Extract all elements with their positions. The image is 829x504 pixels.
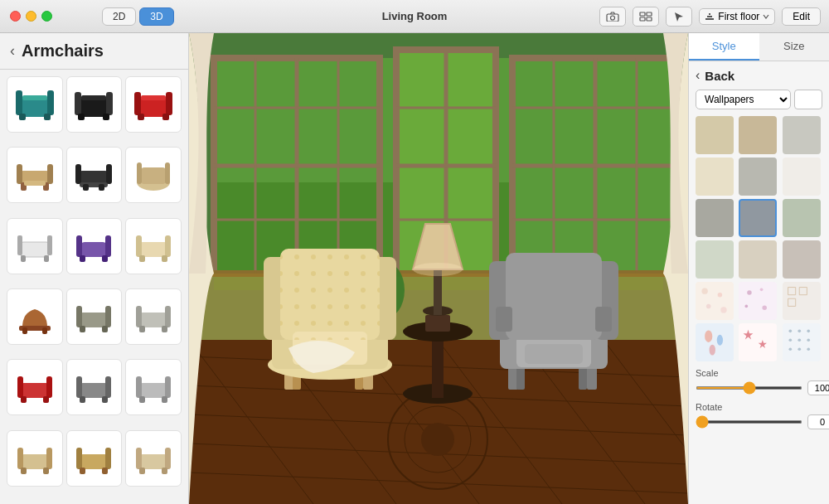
view-2d-button[interactable]: 2D xyxy=(102,7,136,26)
canvas-area[interactable] xyxy=(189,33,688,504)
minimize-button[interactable] xyxy=(26,11,36,22)
svg-rect-40 xyxy=(141,167,166,184)
svg-rect-72 xyxy=(17,376,23,398)
traffic-lights xyxy=(10,11,52,22)
texture-cell[interactable] xyxy=(783,116,821,154)
svg-rect-53 xyxy=(139,242,167,257)
svg-point-183 xyxy=(760,288,764,291)
svg-rect-16 xyxy=(75,92,81,115)
texture-cell[interactable] xyxy=(696,158,734,196)
texture-cell[interactable] xyxy=(739,158,777,196)
list-item[interactable] xyxy=(125,288,182,345)
texture-cell[interactable] xyxy=(739,240,777,279)
svg-rect-49 xyxy=(76,235,82,257)
edit-button[interactable]: Edit xyxy=(782,7,821,26)
texture-cell[interactable] xyxy=(696,282,734,320)
svg-rect-87 xyxy=(17,448,23,469)
svg-rect-25 xyxy=(162,114,169,120)
svg-point-186 xyxy=(705,330,712,342)
list-item[interactable] xyxy=(7,218,63,274)
svg-rect-81 xyxy=(139,383,167,398)
maximize-button[interactable] xyxy=(41,11,52,22)
list-item[interactable] xyxy=(66,359,123,415)
svg-rect-23 xyxy=(166,92,172,115)
list-item[interactable] xyxy=(7,288,63,345)
panel-back-button[interactable]: ‹ xyxy=(696,68,700,83)
svg-rect-91 xyxy=(80,454,108,469)
svg-rect-76 xyxy=(80,383,108,398)
svg-point-182 xyxy=(748,290,752,294)
sidebar-back-button[interactable]: ‹ xyxy=(10,42,15,60)
list-item[interactable] xyxy=(125,218,182,274)
texture-cell[interactable] xyxy=(739,282,777,320)
list-item[interactable] xyxy=(66,288,123,345)
svg-point-179 xyxy=(718,293,722,297)
list-item[interactable] xyxy=(66,147,123,203)
texture-cell[interactable] xyxy=(696,116,734,154)
color-preview[interactable] xyxy=(794,90,822,109)
svg-rect-74 xyxy=(21,396,27,403)
list-item[interactable] xyxy=(125,359,182,415)
texture-cell[interactable] xyxy=(739,116,777,154)
grid-button[interactable] xyxy=(633,7,659,27)
svg-rect-42 xyxy=(165,162,170,184)
tab-size[interactable]: Size xyxy=(759,33,830,61)
list-item[interactable] xyxy=(7,430,63,487)
svg-rect-37 xyxy=(83,184,89,191)
svg-rect-66 xyxy=(139,313,167,327)
svg-rect-43 xyxy=(21,242,49,257)
texture-cell[interactable] xyxy=(783,158,821,196)
svg-rect-177 xyxy=(525,344,583,364)
list-item[interactable] xyxy=(66,218,123,274)
cursor-button[interactable] xyxy=(666,7,692,27)
list-item[interactable] xyxy=(66,430,123,487)
floor-selector[interactable]: First floor xyxy=(699,8,775,25)
scale-input[interactable] xyxy=(807,380,829,395)
svg-rect-56 xyxy=(139,255,145,262)
svg-rect-77 xyxy=(76,376,82,398)
svg-rect-65 xyxy=(102,326,108,332)
svg-rect-95 xyxy=(102,468,108,474)
svg-rect-98 xyxy=(165,448,171,469)
texture-cell[interactable] xyxy=(696,240,734,279)
list-item[interactable] xyxy=(7,359,63,415)
scale-slider[interactable] xyxy=(696,386,802,390)
panel-body: ‹ Back Wallpapers Flooring Ceiling Fabri… xyxy=(689,61,829,504)
tab-style[interactable]: Style xyxy=(689,33,759,61)
texture-cell-selected[interactable] xyxy=(739,199,777,237)
camera-button[interactable] xyxy=(599,7,626,27)
svg-rect-83 xyxy=(165,376,171,398)
svg-rect-85 xyxy=(162,396,167,403)
texture-cell[interactable] xyxy=(783,323,821,361)
rotate-input[interactable] xyxy=(807,414,829,429)
svg-rect-57 xyxy=(162,255,167,262)
list-item[interactable] xyxy=(125,147,182,203)
svg-rect-10 xyxy=(16,90,22,115)
texture-cell[interactable] xyxy=(696,199,734,237)
texture-cell[interactable] xyxy=(783,199,821,237)
svg-rect-69 xyxy=(139,326,145,332)
list-item[interactable] xyxy=(125,430,182,487)
svg-rect-96 xyxy=(139,454,167,469)
svg-point-192 xyxy=(797,329,801,332)
texture-cell[interactable] xyxy=(783,240,821,279)
list-item[interactable] xyxy=(7,76,63,133)
svg-rect-70 xyxy=(162,326,167,332)
list-item[interactable] xyxy=(125,76,182,133)
texture-category-select[interactable]: Wallpapers Flooring Ceiling Fabric xyxy=(696,90,791,109)
view-3d-button[interactable]: 3D xyxy=(139,7,173,26)
svg-rect-13 xyxy=(44,114,51,120)
list-item[interactable] xyxy=(66,76,123,133)
close-button[interactable] xyxy=(10,11,21,22)
texture-cell[interactable] xyxy=(783,282,821,320)
rotate-slider[interactable] xyxy=(696,420,802,424)
svg-rect-162 xyxy=(425,315,450,332)
view-toggle: 2D 3D xyxy=(102,7,174,26)
texture-cell[interactable] xyxy=(739,323,777,361)
svg-rect-48 xyxy=(80,242,108,257)
svg-rect-78 xyxy=(105,376,111,398)
svg-point-140 xyxy=(421,423,454,456)
list-item[interactable] xyxy=(7,147,63,203)
svg-rect-50 xyxy=(105,235,111,257)
texture-cell[interactable] xyxy=(696,323,734,361)
